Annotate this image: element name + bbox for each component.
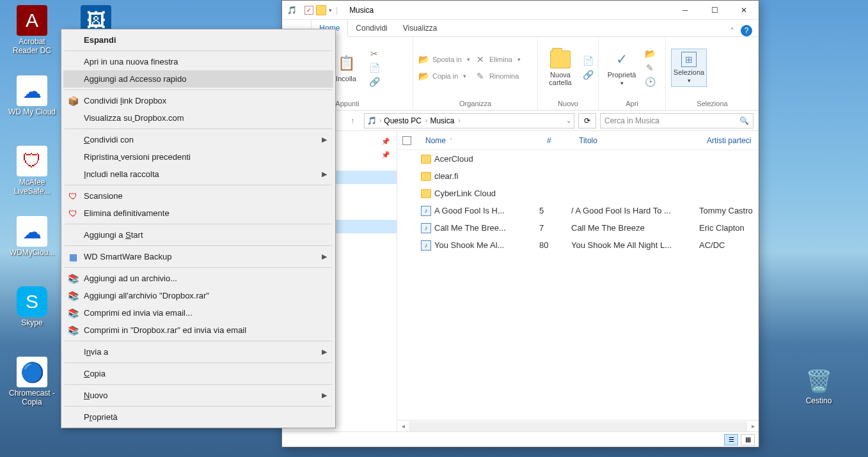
menu-separator	[65, 50, 332, 51]
music-file-icon: ♪	[421, 223, 431, 233]
ribbon-cut-button[interactable]: ✂	[369, 49, 379, 59]
folder-row[interactable]: AcerCloud	[397, 150, 759, 167]
ribbon-paste-shortcut-button[interactable]: 🔗	[369, 77, 379, 87]
nav-up-button[interactable]: ↑	[345, 113, 360, 128]
folder-row[interactable]: clear.fi	[397, 167, 759, 185]
menu-item[interactable]: Apri in una nuova finestra	[63, 53, 333, 70]
menu-item[interactable]: Aggiungi ad Accesso rapido	[63, 70, 333, 88]
menu-item[interactable]: Includi nella raccolta▶	[63, 166, 333, 183]
status-bar: ☰ ▦	[282, 431, 759, 447]
menu-item[interactable]: 📚Comprimi ed invia via email...	[63, 304, 333, 321]
menu-item[interactable]: Proprietà	[63, 408, 333, 426]
folder-row[interactable]: CyberLink Cloud	[397, 185, 759, 202]
crumb-music[interactable]: Musica›	[430, 116, 460, 125]
move-to-icon: 📂	[418, 54, 429, 65]
column-artists[interactable]: Artisti parteci	[702, 136, 759, 145]
ribbon-properties-button[interactable]: ✓ Proprietà ▾	[604, 47, 640, 89]
menu-item[interactable]: ▦WD SmartWare Backup▶	[63, 248, 333, 265]
address-box[interactable]: 🎵 › Questo PC› Musica› ⌄	[364, 113, 574, 128]
help-icon[interactable]: ?	[741, 25, 752, 36]
icon-label: McAfee LiveSafe...	[6, 178, 58, 196]
menu-item-label: Aggiungi all'archivio "Dropbox.rar"	[84, 291, 209, 300]
desktop-icon[interactable]: 🛡McAfee LiveSafe...	[6, 146, 58, 196]
qat-folder-icon[interactable]	[316, 5, 326, 15]
file-row[interactable]: ♪A Good Fool Is H...5/ A Good Fool Is Ha…	[397, 202, 759, 219]
ribbon-copypath-button[interactable]: 📄	[369, 63, 379, 73]
menu-separator	[65, 128, 332, 129]
desktop-icon[interactable]: ☁WD My Cloud	[6, 75, 58, 116]
crumb-thispc[interactable]: Questo PC›	[384, 116, 427, 125]
desktop-icon[interactable]: SSkype	[6, 286, 58, 327]
tab-view[interactable]: Visualizza	[395, 20, 445, 36]
qat-properties-icon[interactable]: ✓	[304, 6, 313, 15]
ribbon-open-button[interactable]: 📂	[645, 49, 655, 59]
menu-item[interactable]: Aggiungi a Start	[63, 226, 333, 244]
ribbon-easyaccess-button[interactable]: 🔗	[583, 70, 593, 80]
maximize-button[interactable]: ☐	[700, 1, 729, 20]
app-icon: ☁	[17, 75, 47, 106]
desktop-icon[interactable]: AAcrobat Reader DC	[6, 5, 58, 55]
menu-item[interactable]: 📦Condividi link Dropbox	[63, 92, 333, 109]
close-button[interactable]: ✕	[729, 1, 759, 20]
menu-item-icon: ▦	[67, 251, 79, 263]
column-name[interactable]: Nome˄	[420, 136, 542, 145]
ribbon-copyto-button[interactable]: 📂Copia in▾	[418, 71, 470, 81]
ribbon-collapse-icon[interactable]: ˄	[730, 27, 734, 35]
select-all-checkbox[interactable]	[402, 136, 411, 145]
pin-icon: 📌	[381, 151, 390, 159]
menu-item[interactable]: Nuovo▶	[63, 387, 333, 404]
menu-item[interactable]: 🛡Scansione	[63, 187, 333, 205]
menu-item[interactable]: Espandi	[63, 31, 333, 49]
view-large-icons-button[interactable]: ▦	[741, 434, 755, 445]
qat-dropdown-icon[interactable]: ▾	[329, 7, 332, 13]
ribbon-delete-button[interactable]: ✕Elimina▾	[475, 54, 521, 65]
menu-item-label: Aggiungi ad un archivio...	[84, 274, 177, 283]
menu-item-icon: 🛡	[67, 208, 79, 219]
address-dropdown-icon[interactable]: ⌄	[566, 117, 571, 124]
menu-item[interactable]: Condividi con▶	[63, 131, 333, 148]
titlebar[interactable]: 🎵 ✓ ▾ | Musica ─ ☐ ✕	[282, 1, 759, 20]
search-input[interactable]: Cerca in Musica 🔍	[600, 113, 754, 128]
column-number[interactable]: #	[542, 136, 574, 145]
refresh-button[interactable]: ⟳	[578, 113, 596, 128]
horizontal-scrollbar[interactable]: ◂ ▸	[397, 420, 759, 431]
tab-share[interactable]: Condividi	[348, 20, 395, 36]
menu-separator	[65, 341, 332, 341]
app-icon: 🔵	[17, 357, 47, 387]
menu-item[interactable]: Invia a▶	[63, 343, 333, 360]
menu-item[interactable]: 📚Comprimi in "Dropbox.rar" ed invia via …	[63, 321, 333, 339]
menu-item[interactable]: 📚Aggiungi ad un archivio...	[63, 270, 333, 287]
submenu-arrow-icon: ▶	[322, 391, 327, 399]
ribbon-newfolder-button[interactable]: Nuova cartella	[543, 47, 578, 89]
new-folder-icon	[550, 49, 571, 70]
file-name: Call Me The Bree...	[434, 223, 539, 233]
menu-item[interactable]: 🛡Elimina definitivamente	[63, 205, 333, 222]
minimize-button[interactable]: ─	[670, 1, 700, 20]
file-row[interactable]: ♪You Shook Me Al...80You Shook Me All Ni…	[397, 236, 759, 254]
view-details-button[interactable]: ☰	[724, 434, 738, 445]
ribbon-select-button[interactable]: ⊞ Seleziona ▾	[671, 49, 707, 87]
ribbon-tabs: F Home Condividi Visualizza ˄ ?	[282, 20, 759, 37]
file-row[interactable]: ♪Call Me The Bree...7Call Me The BreezeE…	[397, 219, 759, 236]
menu-item[interactable]: Copia	[63, 365, 333, 382]
desktop-icon-recycle-bin[interactable]: 🗑️ Cestino	[793, 366, 844, 405]
menu-separator	[65, 406, 332, 407]
menu-item[interactable]: Ripristina versioni precedenti	[63, 148, 333, 166]
ribbon-history-button[interactable]: 🕑	[645, 77, 655, 87]
icon-label: WD My Cloud	[6, 107, 58, 116]
file-track-number: 7	[539, 223, 571, 233]
desktop-icon[interactable]: 🔵Chromecast - Copia	[6, 357, 58, 407]
rename-icon: ✎	[475, 71, 485, 81]
easy-access-icon: 🔗	[583, 70, 593, 80]
ribbon-moveto-button[interactable]: 📂Sposta in▾	[418, 54, 470, 65]
menu-item[interactable]: Visualizza su Dropbox.com	[63, 109, 333, 127]
column-title[interactable]: Titolo	[574, 136, 702, 145]
desktop-icon[interactable]: ☁WDMyClou...	[6, 216, 58, 257]
submenu-arrow-icon: ▶	[322, 252, 327, 261]
menu-item-label: Aggiungi ad Accesso rapido	[84, 74, 186, 84]
ribbon-edit-button[interactable]: ✎	[645, 63, 655, 73]
menu-item[interactable]: 📚Aggiungi all'archivio "Dropbox.rar"	[63, 287, 333, 304]
menu-separator	[65, 384, 332, 385]
ribbon-newitem-button[interactable]: 📄	[583, 56, 593, 66]
ribbon-rename-button[interactable]: ✎Rinomina	[475, 71, 521, 81]
